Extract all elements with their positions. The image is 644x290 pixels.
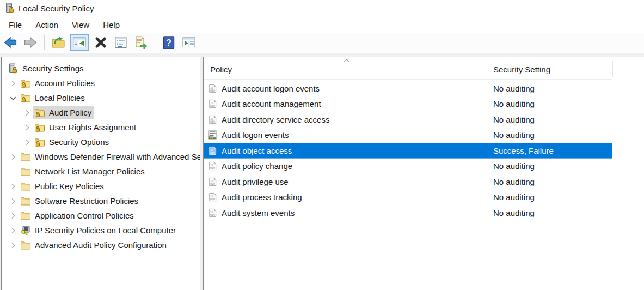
chevron-right-icon[interactable] xyxy=(7,226,19,235)
policy-row-audit-process-tracking[interactable]: Audit process tracking No auditing xyxy=(204,190,612,206)
export-list-button[interactable] xyxy=(133,34,149,51)
console-tree-icon xyxy=(72,35,87,50)
help-button[interactable] xyxy=(161,34,177,51)
forward-button[interactable] xyxy=(22,34,39,51)
policy-row-audit-account-logon-events[interactable]: Audit account logon events No auditing xyxy=(204,81,612,96)
properties-window-icon xyxy=(114,35,128,50)
tree-item-label: Local Policies xyxy=(35,93,85,102)
tree-item-label: Network List Manager Policies xyxy=(35,167,145,176)
tree-item-label: Software Restriction Policies xyxy=(35,196,138,206)
audit-policy-icon xyxy=(207,114,218,125)
tree-item-advanced-audit-policy-configuration[interactable]: Advanced Audit Policy Configuration xyxy=(2,238,200,252)
chevron-right-icon[interactable] xyxy=(7,182,19,191)
policy-name: Audit process tracking xyxy=(222,192,302,202)
audit-policy-icon xyxy=(207,192,218,202)
sort-ascending-icon xyxy=(343,58,351,63)
tree-item-security-settings[interactable]: Security Settings xyxy=(2,61,200,76)
policy-row-audit-account-management[interactable]: Audit account management No auditing xyxy=(204,96,612,112)
tree-item-label: Account Policies xyxy=(35,78,95,88)
chevron-down-icon[interactable] xyxy=(7,94,19,102)
delete-button[interactable] xyxy=(93,34,109,51)
policy-row-audit-logon-events[interactable]: Audit logon events No auditing xyxy=(204,128,612,143)
policy-name: Audit policy change xyxy=(222,161,292,171)
back-button[interactable] xyxy=(2,34,19,51)
column-divider[interactable] xyxy=(489,61,489,77)
security-setting-value: No auditing xyxy=(493,84,535,93)
server-lock-icon xyxy=(7,63,18,74)
tree-item-account-policies[interactable]: Account Policies xyxy=(2,76,200,90)
policy-list-pane: Policy Security Setting Audit account lo… xyxy=(203,57,644,290)
folder-lock-icon xyxy=(20,78,31,89)
chevron-right-icon[interactable] xyxy=(7,241,19,250)
tree-item-ip-security-policies[interactable]: IP Security Policies on Local Computer xyxy=(2,223,200,238)
tree-item-network-list-manager-policies[interactable]: Network List Manager Policies xyxy=(2,164,200,179)
monitor-key-icon xyxy=(20,225,31,236)
tree-item-label: User Rights Assignment xyxy=(49,123,136,132)
console-tree-toggle-button[interactable] xyxy=(70,34,89,51)
menu-item-action[interactable]: Action xyxy=(34,18,59,32)
chevron-right-icon[interactable] xyxy=(7,153,19,161)
menu-item-help[interactable]: Help xyxy=(102,18,121,32)
security-setting-value: No auditing xyxy=(493,208,535,218)
app-server-lock-icon xyxy=(4,3,15,14)
chevron-right-icon[interactable] xyxy=(21,138,33,147)
policy-row-audit-privilege-use[interactable]: Audit privilege use No auditing xyxy=(204,174,612,190)
chevron-right-icon[interactable] xyxy=(7,79,19,88)
column-divider[interactable] xyxy=(612,61,613,77)
folder-icon xyxy=(20,210,31,221)
tree-item-local-policies[interactable]: Local Policies xyxy=(2,90,200,105)
tree-item-audit-policy[interactable]: Audit Policy xyxy=(2,105,200,120)
tree-item-label: IP Security Policies on Local Computer xyxy=(35,226,176,235)
forward-arrow-icon xyxy=(23,35,38,50)
folder-icon xyxy=(20,181,31,192)
tree-item-software-restriction-policies[interactable]: Software Restriction Policies xyxy=(2,194,200,208)
action-pane-icon xyxy=(182,35,196,50)
policy-row-audit-system-events[interactable]: Audit system events No auditing xyxy=(204,205,612,221)
folder-icon xyxy=(20,196,31,207)
menu-item-file[interactable]: File xyxy=(8,18,23,32)
properties-button[interactable] xyxy=(113,34,129,51)
tree-item-application-control-policies[interactable]: Application Control Policies xyxy=(2,208,200,223)
back-arrow-icon xyxy=(3,35,17,50)
policy-name: Audit logon events xyxy=(222,130,289,140)
policy-row-audit-policy-change[interactable]: Audit policy change No auditing xyxy=(204,159,612,174)
folder-icon xyxy=(20,152,31,162)
folder-lock-icon xyxy=(34,107,45,118)
column-header-policy[interactable]: Policy xyxy=(210,57,232,82)
policy-row-audit-directory-service-access[interactable]: Audit directory service access No auditi… xyxy=(204,112,612,128)
policy-name: Audit system events xyxy=(222,208,295,218)
toolbar-separator xyxy=(44,35,45,50)
tree-item-label: Windows Defender Firewall with Advanced … xyxy=(35,152,200,161)
tree-item-label: Audit Policy xyxy=(49,108,91,117)
tree-item-label: Advanced Audit Policy Configuration xyxy=(35,240,167,250)
security-setting-value: No auditing xyxy=(493,177,535,186)
action-pane-toggle-button[interactable] xyxy=(181,34,197,51)
folder-lock-icon xyxy=(20,93,31,104)
policy-name: Audit directory service access xyxy=(222,115,329,124)
chevron-right-icon[interactable] xyxy=(7,197,19,206)
security-setting-value: Success, Failure xyxy=(493,146,554,155)
tree-item-security-options[interactable]: Security Options xyxy=(2,135,200,149)
policy-name: Audit object access xyxy=(222,146,292,155)
tree-item-windows-defender-firewall[interactable]: Windows Defender Firewall with Advanced … xyxy=(2,149,200,164)
audit-policy-icon xyxy=(207,83,218,94)
menu-item-view[interactable]: View xyxy=(71,18,90,32)
chevron-right-icon[interactable] xyxy=(21,123,33,132)
policy-name: Audit privilege use xyxy=(222,177,289,186)
title-bar: Local Security Policy xyxy=(0,0,644,16)
server-list-icon xyxy=(207,130,218,140)
help-question-icon xyxy=(162,35,176,50)
column-header-security-setting[interactable]: Security Setting xyxy=(493,57,550,82)
chevron-right-icon[interactable] xyxy=(21,108,33,117)
up-one-level-button[interactable] xyxy=(50,34,66,51)
tree-item-public-key-policies[interactable]: Public Key Policies xyxy=(2,179,200,194)
window-title: Local Security Policy xyxy=(19,4,94,13)
chevron-right-icon[interactable] xyxy=(7,212,19,220)
security-setting-value: No auditing xyxy=(493,161,535,171)
security-settings-tree: Security Settings Account Policies Local… xyxy=(2,57,200,252)
folder-up-arrow-icon xyxy=(51,35,65,50)
policy-row-audit-object-access[interactable]: Audit object access Success, Failure xyxy=(204,143,612,159)
security-setting-value: No auditing xyxy=(493,115,535,124)
tree-item-user-rights-assignment[interactable]: User Rights Assignment xyxy=(2,120,200,135)
tree-item-label: Security Options xyxy=(49,137,109,147)
